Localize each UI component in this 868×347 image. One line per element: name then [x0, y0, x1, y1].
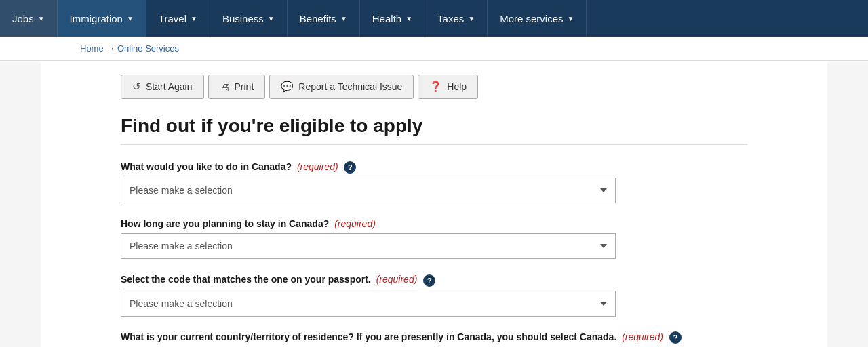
nav-label-travel: Travel [159, 13, 186, 24]
report-label: Report a Technical Issue [298, 81, 402, 92]
nav-label-immigration: Immigration [70, 13, 123, 24]
nav-item-immigration[interactable]: Immigration ▼ [58, 0, 146, 37]
breadcrumb-separator: → [106, 43, 115, 54]
refresh-icon: ↺ [132, 81, 141, 93]
print-button[interactable]: 🖨 Print [208, 75, 266, 99]
chevron-down-icon: ▼ [268, 15, 275, 22]
chevron-down-icon: ▼ [406, 15, 412, 22]
question-1-select[interactable]: Please make a selection [121, 178, 616, 203]
help-button[interactable]: ❓ Help [418, 75, 478, 99]
breadcrumb: Home → Online Services [0, 37, 868, 61]
nav-item-business[interactable]: Business ▼ [210, 0, 288, 37]
help-icon: ❓ [429, 81, 442, 93]
chat-icon: 💬 [281, 81, 294, 93]
question-1-text: What would you like to do in Canada? [121, 161, 292, 172]
chevron-down-icon: ▼ [191, 15, 197, 22]
nav-item-more-services[interactable]: More services ▼ [488, 0, 587, 37]
question-4-required: (required) [622, 331, 663, 342]
main-nav: Jobs ▼ Immigration ▼ Travel ▼ Business ▼… [0, 0, 868, 37]
report-issue-button[interactable]: 💬 Report a Technical Issue [269, 75, 414, 99]
nav-label-taxes: Taxes [437, 13, 464, 24]
nav-item-taxes[interactable]: Taxes ▼ [425, 0, 488, 37]
page-title: Find out if you're eligible to apply [121, 115, 747, 145]
question-3-help-icon[interactable]: ? [423, 274, 435, 287]
question-2: How long are you planning to stay in Can… [121, 218, 747, 259]
nav-item-travel[interactable]: Travel ▼ [146, 0, 210, 37]
question-3-text: Select the code that matches the one on … [121, 274, 371, 285]
chevron-down-icon: ▼ [127, 15, 134, 22]
chevron-down-icon: ▼ [568, 15, 574, 22]
question-4-help-icon[interactable]: ? [669, 331, 682, 344]
nav-label-business: Business [222, 13, 264, 24]
question-3-required: (required) [376, 274, 418, 285]
question-2-label: How long are you planning to stay in Can… [121, 218, 747, 229]
start-again-button[interactable]: ↺ Start Again [121, 75, 204, 99]
start-again-label: Start Again [146, 81, 193, 92]
chevron-down-icon: ▼ [340, 15, 347, 22]
nav-label-jobs: Jobs [12, 13, 34, 24]
help-label: Help [447, 81, 467, 92]
toolbar: ↺ Start Again 🖨 Print 💬 Report a Technic… [121, 75, 747, 99]
question-2-text: How long are you planning to stay in Can… [121, 218, 329, 229]
main-content: ↺ Start Again 🖨 Print 💬 Report a Technic… [41, 61, 827, 347]
breadcrumb-home-link[interactable]: Home [80, 43, 104, 54]
question-3-select[interactable]: Please make a selection [121, 291, 616, 317]
nav-item-benefits[interactable]: Benefits ▼ [288, 0, 360, 37]
print-icon: 🖨 [220, 81, 230, 93]
chevron-down-icon: ▼ [468, 15, 475, 22]
nav-label-health: Health [372, 13, 401, 24]
eligibility-form: What would you like to do in Canada? (re… [121, 161, 747, 347]
question-2-required: (required) [334, 218, 376, 229]
question-3: Select the code that matches the one on … [121, 274, 747, 316]
question-1-required: (required) [297, 161, 338, 172]
question-4: What is your current country/territory o… [121, 331, 747, 347]
question-1: What would you like to do in Canada? (re… [121, 161, 747, 203]
nav-label-more-services: More services [500, 13, 563, 24]
nav-label-benefits: Benefits [300, 13, 336, 24]
nav-item-jobs[interactable]: Jobs ▼ [0, 0, 58, 37]
question-1-label: What would you like to do in Canada? (re… [121, 161, 747, 174]
breadcrumb-current-link[interactable]: Online Services [117, 43, 179, 54]
question-2-select[interactable]: Please make a selection [121, 233, 616, 259]
question-3-label: Select the code that matches the one on … [121, 274, 747, 286]
question-4-text: What is your current country/territory o… [121, 331, 616, 342]
question-1-help-icon[interactable]: ? [344, 161, 356, 174]
question-4-label: What is your current country/territory o… [121, 331, 747, 344]
print-label: Print [235, 81, 254, 92]
nav-item-health[interactable]: Health ▼ [360, 0, 425, 37]
chevron-down-icon: ▼ [38, 15, 45, 22]
